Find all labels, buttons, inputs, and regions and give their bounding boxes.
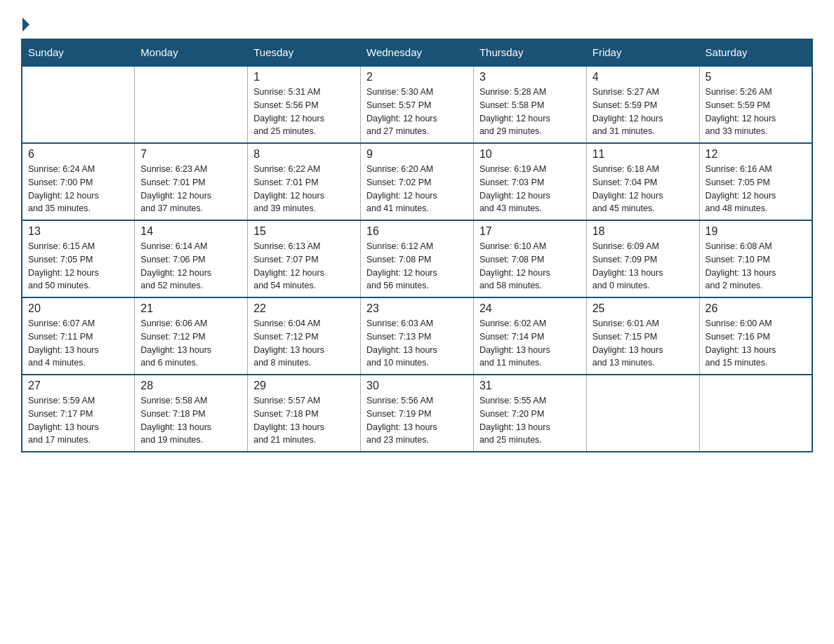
calendar-cell: 9Sunrise: 6:20 AMSunset: 7:02 PMDaylight… — [361, 143, 474, 220]
calendar-cell: 23Sunrise: 6:03 AMSunset: 7:13 PMDayligh… — [361, 297, 474, 375]
day-info: Sunrise: 6:02 AMSunset: 7:14 PMDaylight:… — [479, 317, 581, 370]
day-info: Sunrise: 5:55 AMSunset: 7:20 PMDaylight:… — [479, 394, 581, 447]
day-number: 18 — [593, 225, 694, 238]
day-info: Sunrise: 6:20 AMSunset: 7:02 PMDaylight:… — [366, 163, 468, 215]
day-number: 19 — [706, 225, 806, 238]
day-number: 26 — [706, 302, 806, 315]
calendar-cell: 7Sunrise: 6:23 AMSunset: 7:01 PMDaylight… — [135, 143, 248, 220]
calendar-cell: 15Sunrise: 6:13 AMSunset: 7:07 PMDayligh… — [248, 220, 361, 297]
day-number: 8 — [253, 148, 355, 161]
calendar-header-row: SundayMondayTuesdayWednesdayThursdayFrid… — [22, 39, 812, 67]
calendar-cell: 29Sunrise: 5:57 AMSunset: 7:18 PMDayligh… — [248, 375, 361, 452]
calendar-cell — [22, 66, 135, 143]
calendar-cell: 16Sunrise: 6:12 AMSunset: 7:08 PMDayligh… — [361, 220, 474, 297]
column-header-monday: Monday — [135, 39, 248, 67]
day-info: Sunrise: 5:26 AMSunset: 5:59 PMDaylight:… — [706, 86, 806, 138]
calendar-cell: 1Sunrise: 5:31 AMSunset: 5:56 PMDaylight… — [248, 66, 361, 143]
calendar-cell: 8Sunrise: 6:22 AMSunset: 7:01 PMDaylight… — [248, 143, 361, 220]
day-info: Sunrise: 6:14 AMSunset: 7:06 PMDaylight:… — [140, 240, 241, 293]
day-number: 24 — [479, 302, 581, 315]
calendar-week-row: 6Sunrise: 6:24 AMSunset: 7:00 PMDaylight… — [22, 143, 812, 220]
calendar-cell: 6Sunrise: 6:24 AMSunset: 7:00 PMDaylight… — [22, 143, 135, 220]
day-number: 6 — [28, 148, 128, 161]
day-info: Sunrise: 5:31 AMSunset: 5:56 PMDaylight:… — [253, 86, 355, 138]
calendar-cell: 11Sunrise: 6:18 AMSunset: 7:04 PMDayligh… — [586, 143, 699, 220]
calendar-week-row: 20Sunrise: 6:07 AMSunset: 7:11 PMDayligh… — [22, 297, 812, 375]
calendar-cell — [135, 66, 248, 143]
calendar-cell: 26Sunrise: 6:00 AMSunset: 7:16 PMDayligh… — [699, 297, 812, 375]
day-number: 3 — [479, 71, 581, 83]
calendar-cell: 30Sunrise: 5:56 AMSunset: 7:19 PMDayligh… — [361, 375, 474, 452]
day-number: 22 — [253, 302, 355, 315]
column-header-friday: Friday — [586, 39, 699, 67]
day-info: Sunrise: 5:57 AMSunset: 7:18 PMDaylight:… — [253, 394, 355, 447]
day-info: Sunrise: 5:56 AMSunset: 7:19 PMDaylight:… — [366, 394, 468, 447]
calendar-cell: 22Sunrise: 6:04 AMSunset: 7:12 PMDayligh… — [248, 297, 361, 375]
page-header — [21, 14, 813, 32]
column-header-thursday: Thursday — [473, 39, 586, 67]
day-info: Sunrise: 6:09 AMSunset: 7:09 PMDaylight:… — [593, 240, 694, 293]
day-info: Sunrise: 6:01 AMSunset: 7:15 PMDaylight:… — [593, 317, 694, 370]
day-info: Sunrise: 6:12 AMSunset: 7:08 PMDaylight:… — [366, 240, 468, 293]
calendar-week-row: 1Sunrise: 5:31 AMSunset: 5:56 PMDaylight… — [22, 66, 812, 143]
day-info: Sunrise: 6:04 AMSunset: 7:12 PMDaylight:… — [253, 317, 355, 370]
day-info: Sunrise: 6:03 AMSunset: 7:13 PMDaylight:… — [366, 317, 468, 370]
day-info: Sunrise: 6:24 AMSunset: 7:00 PMDaylight:… — [28, 163, 128, 215]
day-number: 14 — [140, 225, 241, 238]
column-header-saturday: Saturday — [699, 39, 812, 67]
calendar-cell: 25Sunrise: 6:01 AMSunset: 7:15 PMDayligh… — [586, 297, 699, 375]
calendar-cell: 17Sunrise: 6:10 AMSunset: 7:08 PMDayligh… — [473, 220, 586, 297]
calendar-cell: 19Sunrise: 6:08 AMSunset: 7:10 PMDayligh… — [699, 220, 812, 297]
day-info: Sunrise: 5:28 AMSunset: 5:58 PMDaylight:… — [479, 86, 581, 138]
day-number: 23 — [366, 302, 468, 315]
day-info: Sunrise: 6:16 AMSunset: 7:05 PMDaylight:… — [706, 163, 806, 215]
day-info: Sunrise: 5:58 AMSunset: 7:18 PMDaylight:… — [140, 394, 241, 447]
calendar-cell: 12Sunrise: 6:16 AMSunset: 7:05 PMDayligh… — [699, 143, 812, 220]
column-header-sunday: Sunday — [22, 39, 135, 67]
calendar-cell: 14Sunrise: 6:14 AMSunset: 7:06 PMDayligh… — [135, 220, 248, 297]
day-number: 11 — [593, 148, 694, 161]
calendar-cell: 10Sunrise: 6:19 AMSunset: 7:03 PMDayligh… — [473, 143, 586, 220]
calendar-cell: 28Sunrise: 5:58 AMSunset: 7:18 PMDayligh… — [135, 375, 248, 452]
day-number: 28 — [140, 380, 241, 392]
day-info: Sunrise: 5:30 AMSunset: 5:57 PMDaylight:… — [366, 86, 468, 138]
calendar-cell: 3Sunrise: 5:28 AMSunset: 5:58 PMDaylight… — [473, 66, 586, 143]
logo — [21, 18, 31, 32]
day-info: Sunrise: 5:27 AMSunset: 5:59 PMDaylight:… — [593, 86, 694, 138]
day-number: 7 — [140, 148, 241, 161]
calendar-week-row: 13Sunrise: 6:15 AMSunset: 7:05 PMDayligh… — [22, 220, 812, 297]
day-number: 5 — [706, 71, 806, 83]
day-info: Sunrise: 6:15 AMSunset: 7:05 PMDaylight:… — [28, 240, 128, 293]
day-number: 29 — [253, 380, 355, 392]
day-info: Sunrise: 6:06 AMSunset: 7:12 PMDaylight:… — [140, 317, 241, 370]
day-number: 4 — [593, 71, 694, 83]
calendar-cell: 27Sunrise: 5:59 AMSunset: 7:17 PMDayligh… — [22, 375, 135, 452]
day-info: Sunrise: 6:23 AMSunset: 7:01 PMDaylight:… — [140, 163, 241, 215]
calendar-week-row: 27Sunrise: 5:59 AMSunset: 7:17 PMDayligh… — [22, 375, 812, 452]
column-header-wednesday: Wednesday — [361, 39, 474, 67]
calendar-cell: 2Sunrise: 5:30 AMSunset: 5:57 PMDaylight… — [361, 66, 474, 143]
day-number: 10 — [479, 148, 581, 161]
calendar-cell: 18Sunrise: 6:09 AMSunset: 7:09 PMDayligh… — [586, 220, 699, 297]
calendar-cell: 4Sunrise: 5:27 AMSunset: 5:59 PMDaylight… — [586, 66, 699, 143]
day-info: Sunrise: 6:08 AMSunset: 7:10 PMDaylight:… — [706, 240, 806, 293]
day-info: Sunrise: 6:00 AMSunset: 7:16 PMDaylight:… — [706, 317, 806, 370]
calendar-cell: 5Sunrise: 5:26 AMSunset: 5:59 PMDaylight… — [699, 66, 812, 143]
day-number: 21 — [140, 302, 241, 315]
day-number: 31 — [479, 380, 581, 392]
day-info: Sunrise: 6:07 AMSunset: 7:11 PMDaylight:… — [28, 317, 128, 370]
calendar-cell — [586, 375, 699, 452]
day-number: 27 — [28, 380, 128, 392]
day-info: Sunrise: 6:19 AMSunset: 7:03 PMDaylight:… — [479, 163, 581, 215]
calendar-cell — [699, 375, 812, 452]
day-number: 17 — [479, 225, 581, 238]
day-number: 15 — [253, 225, 355, 238]
day-number: 2 — [366, 71, 468, 83]
day-info: Sunrise: 5:59 AMSunset: 7:17 PMDaylight:… — [28, 394, 128, 447]
day-info: Sunrise: 6:18 AMSunset: 7:04 PMDaylight:… — [593, 163, 694, 215]
day-number: 25 — [593, 302, 694, 315]
calendar-table: SundayMondayTuesdayWednesdayThursdayFrid… — [21, 39, 813, 452]
day-number: 12 — [706, 148, 806, 161]
calendar-cell: 20Sunrise: 6:07 AMSunset: 7:11 PMDayligh… — [22, 297, 135, 375]
calendar-cell: 21Sunrise: 6:06 AMSunset: 7:12 PMDayligh… — [135, 297, 248, 375]
